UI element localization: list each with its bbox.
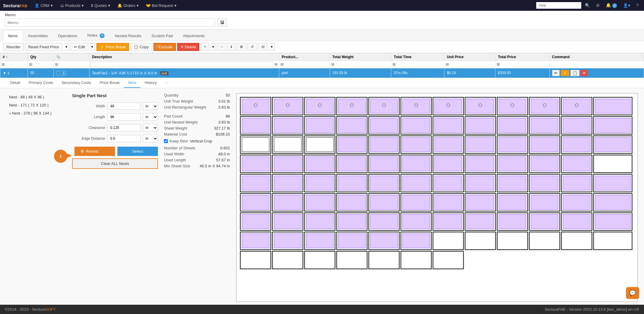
nav-products[interactable]: 🗂 Products ▾ — [57, 1, 87, 10]
copy-button[interactable]: 📋 Copy — [130, 43, 152, 51]
chat-button[interactable]: 💬 — [626, 287, 639, 299]
detail-tab-secondary-costs[interactable]: Secondary Costs — [57, 78, 95, 88]
notifications-icon[interactable]: 🔔 0 — [603, 3, 619, 8]
tab-items[interactable]: Items — [3, 30, 23, 41]
keep-rem-checkbox[interactable] — [164, 139, 168, 143]
add-dropdown[interactable]: ▾ — [210, 43, 216, 51]
row-lightning-btn[interactable]: ⚡ — [561, 70, 569, 76]
detail-tab-price-break[interactable]: Price Break — [95, 78, 124, 88]
edit-button[interactable]: ✏ Edit — [71, 43, 88, 51]
nav-orders[interactable]: 🔔 Orders ▾ — [114, 1, 142, 10]
tab-nested-results[interactable]: Nested Results — [110, 30, 146, 41]
svg-rect-36 — [403, 118, 430, 132]
reset-fixed-price-dropdown[interactable]: ▾ — [64, 43, 69, 51]
nest-list-item-171[interactable]: Nest - 171 ( 72 X 120 ) — [6, 101, 66, 109]
tab-bar: Items Assemblies Operations Notes 0 Nest… — [0, 29, 644, 41]
filter-total-price-icon[interactable]: ⊞ — [497, 62, 500, 67]
add-button[interactable]: + — [201, 43, 209, 51]
svg-rect-6 — [306, 99, 334, 113]
renest-button[interactable]: ♻ Renest — [74, 147, 115, 156]
svg-rect-107 — [403, 176, 430, 190]
filter-button[interactable]: ⊞ — [237, 43, 246, 51]
reset-fixed-price-button[interactable]: Reset Fixed Price — [25, 43, 62, 51]
svg-rect-78 — [306, 157, 334, 171]
detail-tab-nest[interactable]: Nest — [124, 78, 141, 88]
svg-rect-82 — [370, 157, 398, 171]
table-row[interactable]: ▼ 1 50 📎 1 TestFile2 - 1/4" A36 5.1715 i… — [0, 68, 644, 78]
row-expand-icon[interactable]: ▼ 1 — [0, 68, 28, 78]
memo-save-button[interactable]: 🖫 — [217, 18, 227, 27]
nest-form: Single Part Nest Width in mm Length in m… — [72, 93, 158, 302]
reorder-button[interactable]: Reorder — [3, 43, 24, 51]
minus-button[interactable]: − — [217, 43, 226, 51]
clearance-input[interactable] — [107, 124, 141, 131]
width-unit-select[interactable]: in mm — [143, 102, 158, 110]
svg-rect-62 — [434, 137, 462, 152]
callout-arrow — [67, 153, 72, 158]
svg-rect-155 — [403, 214, 430, 229]
unit-true-weight-label: Unit True Weight — [164, 99, 193, 103]
info-button[interactable]: ℹ — [227, 43, 235, 51]
filter-weight-icon[interactable]: ⊞ — [331, 62, 334, 67]
refresh-button[interactable]: ↺ — [247, 43, 257, 51]
filter-num-icon[interactable]: ⊞ — [2, 62, 5, 67]
row-edit-btn[interactable]: ✏ — [552, 70, 560, 76]
select-button[interactable]: Select — [117, 147, 158, 156]
search-icon[interactable]: 🔍 — [582, 3, 592, 8]
edge-distance-unit-select[interactable]: in mm — [143, 135, 158, 142]
columns-button[interactable]: ⊟ — [258, 43, 268, 51]
svg-rect-175 — [338, 233, 366, 248]
description-filter-input[interactable] — [91, 62, 273, 67]
nest-preview — [236, 93, 638, 302]
help-icon[interactable]: ? — [634, 3, 641, 8]
nest-list: Nest - 88 ( 48 X 96 ) Nest - 171 ( 72 X … — [6, 93, 66, 302]
svg-rect-169 — [242, 233, 269, 248]
filter-qty-icon[interactable]: ⊞ — [29, 62, 32, 67]
svg-rect-111 — [467, 176, 494, 190]
columns-dropdown[interactable]: ▾ — [269, 43, 275, 51]
edit-dropdown[interactable]: ▾ — [89, 43, 95, 51]
svg-rect-119 — [595, 176, 630, 190]
nav-quotes[interactable]: $ Quotes ▾ — [88, 1, 113, 10]
filter-product-icon[interactable]: ⊞ — [280, 62, 284, 67]
memo-input[interactable] — [5, 19, 215, 27]
tab-operations[interactable]: Operations — [53, 30, 82, 41]
col-num: # ↑ — [0, 53, 28, 61]
filter-unit-price-icon[interactable]: ⊞ — [446, 62, 449, 67]
tab-attachments[interactable]: Attachments — [178, 30, 210, 41]
tab-scratch-pad[interactable]: Scratch Pad — [147, 30, 178, 41]
width-label: Width — [72, 104, 105, 108]
nest-list-item-88[interactable]: Nest - 88 ( 48 X 96 ) — [6, 93, 66, 101]
filter-desc-icon[interactable]: ⊞ — [274, 62, 278, 67]
nav-crm[interactable]: 👤 CRM ▾ — [32, 1, 56, 10]
filter-tag-icon[interactable]: ⊞ — [55, 62, 58, 67]
sheet-weight-value: 327.17 lb — [214, 126, 230, 130]
edge-distance-input[interactable] — [107, 135, 141, 142]
delete-button[interactable]: ✕ Delete — [177, 43, 199, 51]
row-copy-btn[interactable]: 📋 — [570, 70, 579, 76]
nav-bid-request[interactable]: 🤝 Bid Request ▾ — [143, 1, 180, 10]
filter-time-icon[interactable]: ⊞ — [392, 62, 396, 67]
price-break-button[interactable]: ⚡ Price Break — [96, 43, 129, 51]
tab-notes[interactable]: Notes 0 — [82, 30, 110, 41]
tab-assemblies[interactable]: Assemblies — [23, 30, 53, 41]
row-delete-btn[interactable]: ✕ — [581, 70, 588, 76]
user-icon[interactable]: 👤▾ — [621, 3, 633, 8]
detail-tab-primary-costs[interactable]: Primary Costs — [24, 78, 57, 88]
footer-copyright: ©2014 - 2023 - SecturaSOFT — [5, 307, 56, 312]
svg-rect-32 — [338, 118, 366, 132]
width-input[interactable] — [107, 103, 141, 110]
exclude-button[interactable]: ! Exclude — [153, 43, 176, 51]
nest-list-item-278[interactable]: Nest - 278 ( 96 X 144 ) — [6, 109, 66, 117]
clearance-unit-select[interactable]: in mm — [143, 124, 158, 132]
settings-icon[interactable]: ⚙ — [594, 3, 602, 8]
length-input[interactable] — [107, 113, 141, 121]
detail-tab-more[interactable]: ··· — [161, 78, 173, 88]
clear-all-nests-button[interactable]: Clear ALL Nests — [72, 158, 158, 169]
svg-rect-109 — [434, 176, 462, 190]
length-unit-select[interactable]: in mm — [143, 113, 158, 121]
detail-tab-detail[interactable]: Detail — [6, 78, 24, 88]
detail-tab-history[interactable]: History — [141, 78, 161, 88]
svg-rect-173 — [306, 233, 334, 248]
help-search[interactable] — [536, 2, 581, 9]
